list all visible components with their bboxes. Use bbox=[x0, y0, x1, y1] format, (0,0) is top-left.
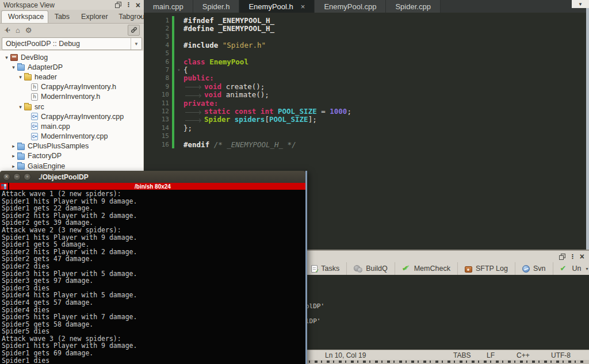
line-number: 4 bbox=[144, 41, 172, 49]
editor-scrollbar[interactable] bbox=[586, 8, 589, 250]
modified-line-marker bbox=[172, 107, 174, 115]
close-tab-icon[interactable]: × bbox=[301, 3, 305, 10]
code-line: 6class EnemyPool bbox=[144, 58, 586, 66]
folder-blue-icon bbox=[17, 144, 25, 150]
line-number: 13 bbox=[144, 116, 172, 123]
tab-overflow-icon[interactable]: ▾ bbox=[586, 266, 588, 271]
output-tab-label: MemCheck bbox=[414, 265, 450, 273]
code-line: 14}; bbox=[144, 124, 586, 132]
build-output-fragment: olDP' bbox=[305, 302, 324, 310]
tree-expander-icon[interactable]: ▸ bbox=[10, 163, 17, 169]
panel-tab-workspace[interactable]: Workspace bbox=[1, 10, 48, 23]
tree-expander-icon[interactable]: ▾ bbox=[3, 55, 10, 60]
tree-item-label: src bbox=[35, 103, 44, 111]
panel-tab-explorer[interactable]: Explorer bbox=[75, 11, 112, 23]
terminal-maximize-button[interactable]: ▫ bbox=[24, 173, 31, 181]
tree-item-label: ModernInventory.h bbox=[41, 93, 100, 101]
code-line: 16#endif /* _ENEMYPOOL_H_ */ bbox=[144, 140, 586, 148]
code-text: #ifndef _ENEMYPOOL_H_ bbox=[183, 16, 274, 25]
code-text: #define _ENEMYPOOL_H_ bbox=[183, 24, 274, 33]
fold-marker-icon[interactable]: ▿ bbox=[174, 67, 183, 72]
output-tab-un[interactable]: ✔Un▾ bbox=[553, 262, 589, 275]
output-panel-window-icons: ⋮ × bbox=[559, 252, 584, 260]
terminal-line: Spider1 dies bbox=[2, 357, 305, 364]
editor-tabs-overflow[interactable]: ▼ bbox=[572, 0, 589, 8]
pane-menu-icon[interactable]: ⋮ bbox=[569, 253, 576, 260]
modified-line-marker bbox=[172, 82, 174, 90]
panel-tabs-overflow-icon[interactable]: ▾ bbox=[139, 14, 141, 20]
editor-tab-main.cpp[interactable]: main.cpp bbox=[144, 0, 193, 13]
code-text: }; bbox=[183, 124, 192, 132]
tree-item[interactable]: C+ModernInventory.cpp bbox=[0, 132, 143, 141]
editor-tab-Spider.cpp[interactable]: Spider.cpp bbox=[386, 0, 440, 13]
code-line: 8public: bbox=[144, 74, 586, 82]
panel-tab-tabs[interactable]: Tabs bbox=[48, 11, 75, 23]
code-text: static const int POOL_SIZE = 1000; bbox=[183, 107, 351, 116]
tree-item[interactable]: ▸GaiaEngine bbox=[0, 161, 143, 171]
output-tab-sftp-log[interactable]: SFTP Log bbox=[458, 262, 515, 275]
tree-expander-icon[interactable]: ▸ bbox=[10, 153, 17, 159]
editor-tabbar: main.cppSpider.hEnemyPool.h×EnemyPool.cp… bbox=[144, 0, 589, 13]
dropdown-arrow-icon[interactable]: ▼ bbox=[131, 38, 141, 49]
modified-line-marker bbox=[172, 33, 174, 41]
tree-item[interactable]: hModernInventory.h bbox=[0, 92, 143, 102]
tree-item[interactable]: ▾AdapterDP bbox=[0, 62, 143, 72]
close-pane-icon[interactable]: × bbox=[580, 252, 584, 260]
tree-item[interactable]: ▾header bbox=[0, 72, 143, 82]
link-editor-button[interactable] bbox=[128, 25, 140, 36]
tree-item-label: ModernInventory.cpp bbox=[41, 132, 108, 140]
line-number: 5 bbox=[144, 49, 172, 57]
tree-item[interactable]: hCrappyArrayInventory.h bbox=[0, 82, 143, 92]
pane-menu-icon[interactable]: ⋮ bbox=[125, 1, 132, 9]
output-tab-buildq[interactable]: BuildQ bbox=[347, 262, 395, 275]
tree-item-label: GaiaEngine bbox=[28, 162, 65, 170]
tree-item[interactable]: C+main.cpp bbox=[0, 121, 143, 131]
terminal-output[interactable]: Attack wave 1 (2 new spiders):Spider1 hi… bbox=[0, 190, 305, 364]
tree-item[interactable]: C+CrappyArrayInventory.cpp bbox=[0, 112, 143, 121]
code-line: 13Spider spiders[POOL_SIZE]; bbox=[144, 116, 586, 124]
status-item-lf: LF bbox=[487, 351, 495, 359]
buildq-icon bbox=[354, 265, 362, 273]
editor-tab-label: EnemyPool.cpp bbox=[324, 2, 376, 11]
file-cpp-icon: C+ bbox=[31, 122, 38, 130]
line-number: 10 bbox=[144, 91, 172, 98]
terminal-line: Attack wave 2 (3 new spiders): bbox=[2, 227, 305, 234]
line-number: 14 bbox=[144, 124, 172, 132]
code-text: public: bbox=[183, 74, 214, 82]
workspace-toolbar: ✈ ⌂ ⚙ bbox=[0, 24, 144, 36]
terminal-close-button[interactable]: × bbox=[3, 173, 10, 181]
line-number: 6 bbox=[144, 58, 172, 66]
tree-expander-icon[interactable]: ▾ bbox=[17, 104, 24, 110]
workspace-icon bbox=[10, 54, 18, 61]
terminal-minimize-button[interactable]: − bbox=[13, 173, 21, 181]
tree-item-label: CPlusPlusSamples bbox=[28, 142, 89, 150]
editor-tab-EnemyPool.cpp[interactable]: EnemyPool.cpp bbox=[315, 0, 386, 13]
folder-blue-icon bbox=[17, 163, 25, 170]
terminal-line: Spider1 gets 5 damage. bbox=[2, 241, 305, 248]
code-text: Spider spiders[POOL_SIZE]; bbox=[183, 115, 317, 124]
detach-pane-icon[interactable] bbox=[115, 2, 121, 8]
output-tab-tasks[interactable]: Tasks bbox=[304, 262, 347, 275]
line-number: 8 bbox=[144, 74, 172, 82]
editor-tab-Spider.h[interactable]: Spider.h bbox=[193, 0, 240, 13]
tree-expander-icon[interactable]: ▸ bbox=[10, 143, 17, 149]
settings-gear-icon[interactable]: ⚙ bbox=[25, 26, 32, 34]
sftp-icon bbox=[465, 266, 472, 273]
detach-pane-icon[interactable] bbox=[559, 254, 565, 260]
terminal-window[interactable]: × − ▫ ./ObjectPoolDP /bin/sh 80x24 Attac… bbox=[0, 171, 307, 364]
output-tab-svn[interactable]: Svn bbox=[515, 262, 553, 275]
link-editor-plane-icon[interactable]: ✈ bbox=[4, 26, 10, 34]
tree-expander-icon[interactable]: ▾ bbox=[10, 64, 17, 70]
output-tab-memcheck[interactable]: ✔MemCheck bbox=[395, 262, 458, 275]
tree-item[interactable]: ▸CPlusPlusSamples bbox=[0, 141, 143, 151]
tree-item[interactable]: ▾src bbox=[0, 102, 143, 112]
terminal-titlebar[interactable]: × − ▫ ./ObjectPoolDP bbox=[0, 171, 305, 183]
tree-expander-icon[interactable]: ▾ bbox=[17, 74, 24, 80]
tree-item[interactable]: ▾DevBlog bbox=[0, 52, 143, 62]
editor-tab-EnemyPool.h[interactable]: EnemyPool.h× bbox=[239, 0, 315, 13]
tree-item[interactable]: ▸FactoryDP bbox=[0, 151, 143, 161]
build-config-dropdown[interactable]: ObjectPoolDP :: Debug ▼ bbox=[2, 37, 142, 50]
code-line: 3 bbox=[144, 33, 586, 41]
close-pane-icon[interactable]: × bbox=[136, 1, 140, 9]
home-icon[interactable]: ⌂ bbox=[16, 26, 20, 34]
